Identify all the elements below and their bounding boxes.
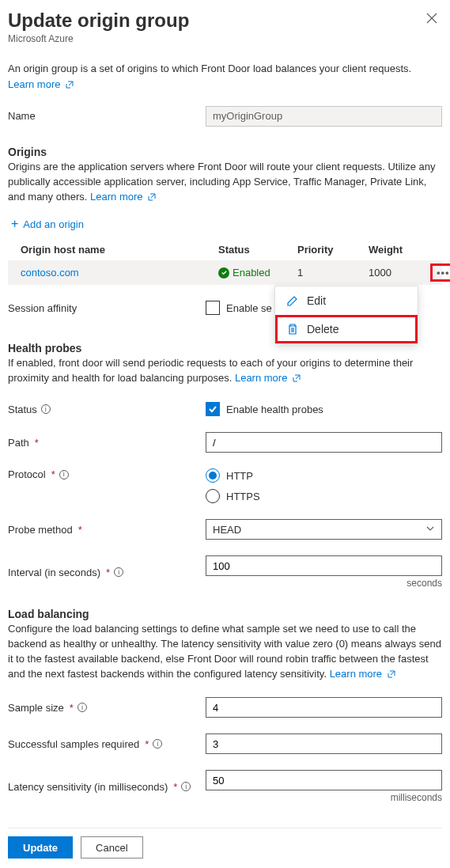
lb-learn-more-link[interactable]: Learn more (330, 668, 395, 680)
add-origin-button[interactable]: + Add an origin (11, 217, 442, 231)
col-header-host: Origin host name (21, 244, 218, 256)
info-icon[interactable]: i (114, 567, 123, 577)
external-link-icon (148, 190, 156, 205)
context-menu: Edit Delete (274, 286, 418, 344)
protocol-https-radio[interactable] (206, 489, 220, 503)
info-icon[interactable]: i (153, 739, 162, 749)
lb-heading: Load balancing (8, 608, 442, 620)
chevron-down-icon (425, 524, 435, 536)
protocol-label: Protocol (8, 468, 46, 480)
pencil-icon (286, 294, 299, 307)
external-link-icon (293, 371, 301, 386)
session-affinity-checkbox[interactable] (206, 301, 220, 315)
protocol-http-label: HTTP (226, 470, 253, 482)
enable-health-probes-label: Enable health probes (226, 404, 323, 415)
plus-icon: + (11, 217, 18, 231)
probe-method-value: HEAD (213, 524, 241, 536)
enable-health-probes-checkbox[interactable] (206, 402, 220, 416)
page-title: Update origin group (8, 9, 422, 32)
trash-icon (286, 323, 299, 335)
origin-priority: 1 (297, 267, 369, 279)
name-input (206, 106, 442, 127)
menu-item-delete[interactable]: Delete (275, 315, 418, 343)
col-header-weight: Weight (369, 244, 432, 256)
name-label: Name (8, 110, 206, 122)
info-icon[interactable]: i (59, 470, 69, 479)
close-icon[interactable] (422, 9, 442, 30)
success-samples-input[interactable] (206, 733, 442, 754)
session-affinity-label: Session affinity (8, 302, 206, 314)
menu-delete-label: Delete (307, 323, 338, 335)
sample-size-input[interactable] (206, 697, 442, 718)
origin-row[interactable]: contoso.com Enabled 1 1000 ••• Edit (8, 260, 442, 285)
add-origin-label: Add an origin (23, 218, 84, 230)
interval-input[interactable] (206, 555, 442, 576)
protocol-http-radio[interactable] (206, 468, 220, 483)
check-circle-icon (218, 267, 229, 279)
latency-input[interactable] (206, 770, 442, 790)
intro-learn-more-link[interactable]: Learn more (8, 78, 74, 90)
origin-host-link[interactable]: contoso.com (21, 267, 218, 279)
menu-item-edit[interactable]: Edit (275, 286, 418, 315)
info-icon[interactable]: i (78, 703, 87, 712)
health-status-label: Status (8, 404, 37, 415)
session-affinity-checkbox-label: Enable se (226, 302, 272, 314)
interval-unit: seconds (206, 578, 442, 589)
menu-edit-label: Edit (307, 294, 326, 307)
page-subtitle: Microsoft Azure (8, 33, 442, 44)
cancel-button[interactable]: Cancel (81, 836, 142, 859)
health-learn-more-link[interactable]: Learn more (235, 372, 301, 384)
intro-text: An origin group is a set of origins to w… (8, 62, 442, 77)
external-link-icon (388, 667, 395, 682)
row-actions-button[interactable]: ••• (432, 265, 450, 280)
origins-heading: Origins (8, 146, 442, 158)
origins-learn-more-label: Learn more (90, 191, 142, 203)
health-desc: If enabled, front door will send periodi… (8, 357, 413, 384)
origin-table-header: Origin host name Status Priority Weight (8, 239, 442, 260)
probe-method-label: Probe method (8, 524, 73, 536)
sample-size-label: Sample size (8, 702, 64, 714)
info-icon[interactable]: i (181, 782, 191, 791)
success-samples-label: Successful samples required (8, 738, 139, 750)
latency-label: Latency sensitivity (in milliseconds) (8, 781, 168, 793)
col-header-status: Status (218, 244, 297, 256)
path-input[interactable] (206, 432, 442, 453)
origin-status: Enabled (233, 267, 270, 279)
lb-learn-more-label: Learn more (330, 668, 382, 680)
interval-label: Interval (in seconds) (8, 567, 100, 578)
path-label: Path (8, 437, 29, 449)
origins-learn-more-link[interactable]: Learn more (90, 191, 156, 203)
protocol-https-label: HTTPS (226, 491, 260, 502)
origin-weight: 1000 (369, 267, 432, 279)
update-button[interactable]: Update (8, 836, 73, 859)
probe-method-select[interactable]: HEAD (206, 519, 442, 540)
origins-desc: Origins are the application servers wher… (8, 161, 435, 203)
health-learn-more-label: Learn more (235, 372, 287, 384)
intro-learn-more-label: Learn more (8, 78, 60, 90)
col-header-priority: Priority (297, 244, 369, 256)
external-link-icon (66, 78, 74, 90)
info-icon[interactable]: i (41, 404, 51, 414)
latency-unit: milliseconds (206, 792, 442, 803)
